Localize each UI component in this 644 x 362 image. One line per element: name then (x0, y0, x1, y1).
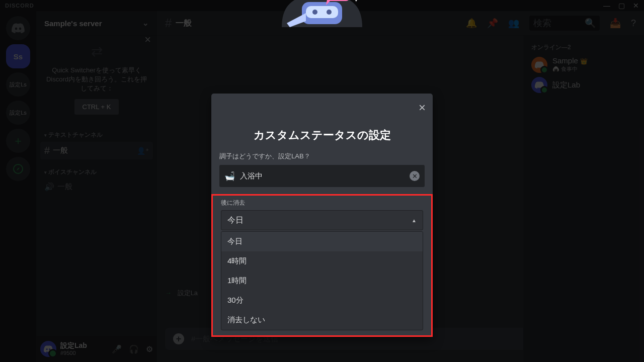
close-modal-button[interactable]: × (419, 101, 426, 115)
status-value: 入浴中 (240, 171, 405, 181)
select-option[interactable]: 1時間 (221, 271, 423, 291)
chevron-up-icon: ▲ (412, 218, 417, 223)
custom-status-modal: × カスタムステータスの設定 調子はどうですか、設定LAB？ 🛁 入浴中 ✕ 後… (211, 94, 433, 337)
select-option[interactable]: 今日 (221, 232, 423, 251)
select-option[interactable]: 消去しない (221, 310, 423, 330)
modal-title: カスタムステータスの設定 (211, 94, 433, 143)
emoji-picker-button[interactable]: 🛁 (224, 171, 235, 182)
select-option[interactable]: 30分 (221, 291, 423, 310)
modal-prompt: 調子はどうですか、設定LAB？ (211, 143, 433, 165)
select-option[interactable]: 4時間 (221, 251, 423, 271)
highlight-annotation: 後に消去 今日 ▲ 今日 4時間 1時間 30分 消去しない (211, 194, 433, 337)
clear-status-button[interactable]: ✕ (410, 171, 420, 181)
select-options: 今日 4時間 1時間 30分 消去しない (221, 231, 423, 330)
status-text-input[interactable]: 🛁 入浴中 ✕ (219, 165, 425, 187)
clear-after-label: 後に消去 (213, 196, 431, 210)
select-value: 今日 (227, 215, 244, 226)
clear-after-select[interactable]: 今日 ▲ (221, 210, 423, 230)
